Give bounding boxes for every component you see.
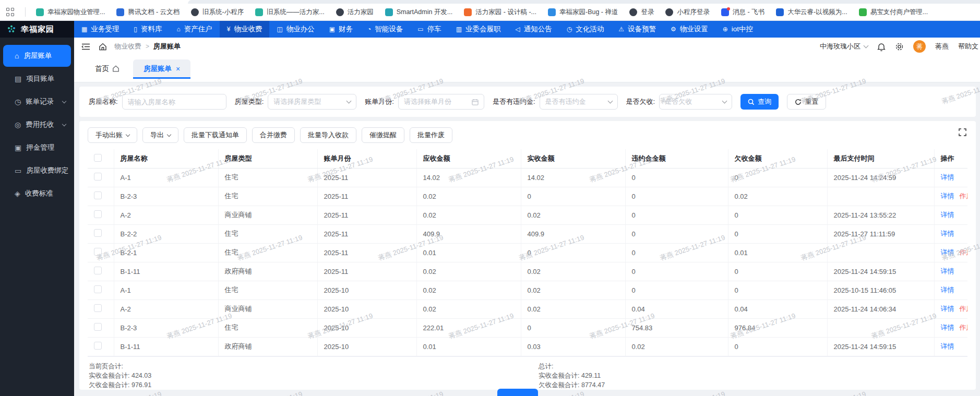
sidebar-item-fee-collection[interactable]: ◎费用托收 [3, 114, 71, 136]
bookmark-label: 旧系统-小程序 [202, 8, 244, 17]
community-selector[interactable]: 中海玫瑰小区 [820, 42, 868, 51]
nav-item-culture-activities[interactable]: ◷文化活动 [559, 21, 611, 38]
row-checkbox[interactable] [94, 304, 102, 312]
sidebar-item-deposit-management[interactable]: ▣押金管理 [3, 137, 71, 159]
row-checkbox[interactable] [94, 248, 102, 256]
export-button[interactable]: 导出 [142, 127, 178, 143]
action-link[interactable]: 详情 [941, 230, 954, 237]
nav-item-device-alerts[interactable]: ⚠设备预警 [611, 21, 663, 38]
home-icon[interactable] [99, 43, 107, 51]
sidebar-item-project-bills[interactable]: ▤项目账单 [3, 68, 71, 90]
bookmark-globe[interactable]: 登录 [629, 8, 654, 17]
nav-item-committee[interactable]: ▥业委会履职 [449, 21, 508, 38]
row-checkbox[interactable] [94, 210, 102, 218]
reset-button[interactable]: 重置 [787, 94, 826, 110]
brand-logo[interactable]: 幸福家园 [0, 21, 74, 38]
action-link[interactable]: 详情 [941, 323, 954, 331]
batch-void-button[interactable]: 批量作废 [410, 127, 452, 143]
cell-type: 住宅 [218, 243, 317, 262]
gear-icon[interactable] [895, 42, 904, 51]
action-link[interactable]: 详情 [941, 342, 954, 350]
nav-item-finance[interactable]: ▣财务 [322, 21, 360, 38]
penalty-select[interactable]: 是否有违约金 [540, 94, 618, 110]
fullscreen-icon[interactable] [959, 128, 966, 136]
action-link[interactable]: 详情 [941, 211, 954, 219]
void-action-link[interactable]: 作废 [960, 248, 968, 256]
nav-item-iot-center[interactable]: ⊕iot中控 [715, 21, 760, 38]
sidebar-item-house-bills[interactable]: ⌂房屋账单 [3, 45, 71, 67]
nav-item-smart-devices[interactable]: ◔智能设备 [360, 21, 410, 38]
smart-devices-icon: ◔ [367, 26, 371, 33]
action-link[interactable]: 详情 [941, 305, 954, 313]
page-header: 物业收费 > 房屋账单 中海玫瑰小区 [74, 38, 980, 55]
cell-name: B-1-11 [114, 337, 218, 356]
cell-month: 2025-10 [317, 281, 416, 299]
nav-item-property-office[interactable]: ◫物业办公 [269, 21, 321, 38]
select-all-checkbox[interactable] [94, 154, 102, 162]
tab-home[interactable]: 首页 [95, 64, 119, 74]
bell-icon[interactable] [877, 42, 886, 51]
batch-download-notice-button[interactable]: 批量下载通知单 [184, 127, 247, 143]
property-settings-icon: ⚙ [671, 26, 676, 33]
house-type-select[interactable]: 请选择房屋类型 [268, 94, 356, 110]
nav-item-property-fees[interactable]: ¥物业收费 [220, 21, 270, 38]
help-link[interactable]: 帮助文 [958, 42, 979, 51]
bookmark-tencent-docs[interactable]: 腾讯文档 - 云文档 [116, 8, 180, 17]
nav-item-assets-residents[interactable]: ⌂资产住户 [169, 21, 219, 38]
bookmark-flower[interactable]: 幸福家园物业管理... [36, 8, 105, 17]
bookmark-flower[interactable]: 旧系统——活力家... [255, 8, 324, 17]
collection-reminder-button[interactable]: 催缴提醒 [362, 127, 404, 143]
bookmark-zentao[interactable]: 幸福家园-Bug - 禅道 [548, 8, 618, 17]
deposit-management-icon: ▣ [15, 143, 21, 152]
sidebar-item-bill-records[interactable]: ◷账单记录 [3, 91, 71, 113]
row-checkbox[interactable] [94, 323, 102, 331]
nav-item-library[interactable]: ▯资料库 [126, 21, 169, 38]
sidebar-collapse-icon[interactable] [81, 43, 90, 51]
bookmark-dahua[interactable]: 大华云睿-以视频为... [776, 8, 847, 17]
nav-item-parking[interactable]: ▭停车 [410, 21, 448, 38]
void-action-link[interactable]: 作废 [960, 323, 968, 331]
row-checkbox[interactable] [94, 285, 102, 293]
row-checkbox[interactable] [94, 267, 102, 274]
action-link[interactable]: 详情 [941, 267, 954, 275]
unpaid-select[interactable]: 是否欠收 [659, 94, 732, 110]
apps-grid-icon[interactable] [6, 8, 15, 16]
action-link[interactable]: 详情 [941, 248, 954, 256]
breadcrumb-section[interactable]: 物业收费 [114, 42, 141, 51]
bookmark-feishu[interactable]: 消息 - 飞书 [721, 8, 764, 17]
bookmark-smartadmin[interactable]: SmartAdmin 开发... [385, 8, 453, 17]
action-link[interactable]: 详情 [941, 173, 954, 181]
cell-received: 409.9 [521, 224, 625, 243]
avatar[interactable]: 蒋 [913, 40, 926, 53]
sidebar-item-label: 房屋账单 [23, 51, 52, 61]
row-checkbox[interactable] [94, 173, 102, 181]
cell-name: A-1 [114, 281, 218, 299]
manual-billing-button[interactable]: 手动出账 [88, 127, 137, 143]
bill-month-picker[interactable]: 请选择账单月份 [398, 94, 484, 110]
merge-payment-button[interactable]: 合并缴费 [252, 127, 295, 143]
action-link[interactable]: 详情 [941, 286, 954, 294]
void-action-link[interactable]: 作废 [960, 192, 968, 200]
void-action-link[interactable]: 作废 [960, 305, 968, 313]
sidebar-item-house-fee-binding[interactable]: ▭房屋收费绑定 [3, 160, 71, 182]
row-checkbox[interactable] [94, 229, 102, 237]
nav-item-business-accept[interactable]: ▦业务受理 [74, 21, 126, 38]
bookmark-globe[interactable]: 活力家园 [336, 8, 374, 17]
user-name[interactable]: 蒋燕 [935, 42, 949, 51]
search-button[interactable]: 查询 [740, 94, 779, 110]
tab-house-bills[interactable]: 房屋账单 × [133, 59, 190, 78]
house-name-input[interactable] [122, 94, 226, 110]
bookmark-globe[interactable]: 小程序登录 [665, 8, 710, 17]
batch-import-receipt-button[interactable]: 批量导入收款 [300, 127, 356, 143]
bookmark-yeepay[interactable]: 易宝支付商户管理... [859, 8, 928, 17]
bookmark-design[interactable]: 活力家园 - 设计稿 -... [464, 8, 536, 17]
nav-item-property-settings[interactable]: ⚙物业设置 [663, 21, 715, 38]
row-checkbox[interactable] [94, 191, 102, 199]
nav-item-announcements[interactable]: ◁通知公告 [508, 21, 559, 38]
sidebar-item-fee-standards[interactable]: ◈收费标准 [3, 183, 71, 205]
pagination-cropped-element[interactable] [497, 389, 538, 396]
bookmark-globe[interactable]: 旧系统-小程序 [191, 8, 244, 17]
close-icon[interactable]: × [176, 65, 180, 73]
row-checkbox[interactable] [94, 342, 102, 350]
action-link[interactable]: 详情 [941, 192, 954, 200]
